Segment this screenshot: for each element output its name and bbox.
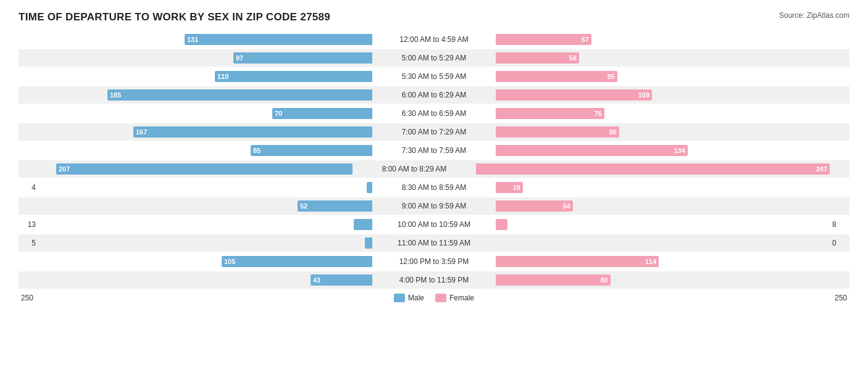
left-section: 185: [19, 88, 372, 102]
time-label: 6:30 AM to 6:59 AM: [372, 109, 496, 118]
female-bar: 54: [496, 200, 573, 212]
bar-row: 185 6:00 AM to 6:29 AM 109: [19, 86, 849, 104]
bar-row: 70 6:30 AM to 6:59 AM 76: [19, 105, 849, 122]
right-section: 247: [476, 162, 849, 176]
time-label: 12:00 AM to 4:59 AM: [372, 35, 496, 44]
female-bar: 247: [476, 163, 830, 175]
left-section: 13: [19, 218, 372, 231]
female-value-label: 8: [832, 220, 849, 229]
female-legend-label: Female: [449, 294, 474, 302]
left-section: 105: [19, 255, 372, 268]
time-label: 7:30 AM to 7:59 AM: [372, 146, 496, 155]
bar-row: 5 11:00 AM to 11:59 AM 0: [19, 234, 849, 252]
right-section: 67: [496, 33, 849, 46]
male-bar: 70: [272, 108, 372, 119]
left-section: 5: [19, 236, 372, 250]
footer-right-label: 250: [835, 294, 847, 302]
time-label: 10:00 AM to 10:59 AM: [372, 220, 496, 229]
left-section: 52: [19, 199, 372, 213]
chart-source: Source: ZipAtlas.com: [779, 11, 849, 20]
time-label: 8:30 AM to 8:59 AM: [372, 183, 496, 192]
female-bar: [496, 219, 507, 230]
female-bar: 67: [496, 34, 591, 45]
time-label: 6:00 AM to 6:29 AM: [372, 91, 496, 99]
left-section: 207: [19, 162, 353, 176]
male-bar: 131: [185, 34, 372, 45]
left-section: 70: [19, 107, 372, 120]
time-label: 11:00 AM to 11:59 AM: [372, 239, 496, 247]
female-bar: 85: [496, 71, 617, 82]
male-bar: 105: [222, 256, 372, 267]
right-section: 0: [496, 236, 849, 250]
male-bar: [367, 182, 372, 193]
bar-row: 105 12:00 PM to 3:59 PM 114: [19, 253, 849, 270]
male-legend-label: Male: [408, 294, 424, 302]
time-label: 7:00 AM to 7:29 AM: [372, 128, 496, 136]
left-section: 4: [19, 181, 372, 194]
time-label: 12:00 PM to 3:59 PM: [372, 257, 496, 266]
right-section: 86: [496, 125, 849, 139]
left-section: 131: [19, 33, 372, 46]
bar-row: 110 5:30 AM to 5:59 AM 85: [19, 68, 849, 85]
female-bar: 134: [496, 145, 688, 156]
right-section: 85: [496, 70, 849, 83]
right-section: 54: [496, 199, 849, 213]
female-bar: 58: [496, 52, 579, 64]
male-bar: 97: [233, 52, 372, 64]
male-bar: 85: [251, 145, 372, 156]
left-section: 167: [19, 125, 372, 139]
female-bar: 109: [496, 89, 652, 101]
right-section: 8: [496, 218, 849, 231]
male-bar: [365, 237, 372, 249]
female-bar: 86: [496, 126, 619, 138]
male-value-label: 13: [19, 220, 36, 229]
left-section: 97: [19, 51, 372, 65]
footer-left-label: 250: [21, 294, 33, 302]
male-swatch: [394, 294, 405, 302]
time-label: 8:00 AM to 8:29 AM: [353, 165, 476, 173]
chart-body: 131 12:00 AM to 4:59 AM 67: [19, 31, 849, 289]
female-bar: 76: [496, 108, 604, 119]
chart-legend: Male Female: [394, 294, 474, 302]
male-bar: 207: [56, 163, 353, 175]
right-section: 58: [496, 51, 849, 65]
legend-female: Female: [435, 294, 474, 302]
right-section: 80: [496, 273, 849, 287]
left-section: 110: [19, 70, 372, 83]
bar-row: 131 12:00 AM to 4:59 AM 67: [19, 31, 849, 48]
female-bar: 19: [496, 182, 523, 193]
female-value-label: 0: [832, 239, 849, 247]
time-label: 9:00 AM to 9:59 AM: [372, 202, 496, 210]
bar-row: 43 4:00 PM to 11:59 PM 80: [19, 271, 849, 289]
chart-header: TIME OF DEPARTURE TO WORK BY SEX IN ZIP …: [19, 11, 849, 23]
male-value-label: 4: [19, 183, 36, 192]
right-section: 134: [496, 144, 849, 157]
chart-container: TIME OF DEPARTURE TO WORK BY SEX IN ZIP …: [0, 0, 868, 321]
male-bar: 185: [107, 89, 372, 101]
female-bar: 80: [496, 274, 611, 286]
male-bar: 43: [311, 274, 372, 286]
male-bar: [354, 219, 372, 230]
time-label: 5:30 AM to 5:59 AM: [372, 72, 496, 81]
chart-title: TIME OF DEPARTURE TO WORK BY SEX IN ZIP …: [19, 11, 330, 23]
male-bar: 52: [298, 200, 372, 212]
bar-row: 4 8:30 AM to 8:59 AM 19: [19, 179, 849, 196]
bar-row: 52 9:00 AM to 9:59 AM 54: [19, 197, 849, 215]
male-bar: 167: [133, 126, 372, 138]
female-swatch: [435, 294, 446, 302]
right-section: 114: [496, 255, 849, 268]
right-section: 19: [496, 181, 849, 194]
bar-row: 13 10:00 AM to 10:59 AM 8: [19, 216, 849, 233]
time-label: 5:00 AM to 5:29 AM: [372, 54, 496, 62]
legend-male: Male: [394, 294, 424, 302]
bar-row: 85 7:30 AM to 7:59 AM 134: [19, 142, 849, 159]
bar-row: 167 7:00 AM to 7:29 AM 86: [19, 123, 849, 141]
bar-row: 207 8:00 AM to 8:29 AM 247: [19, 160, 849, 178]
time-label: 4:00 PM to 11:59 PM: [372, 276, 496, 284]
male-value-label: 5: [19, 239, 36, 247]
right-section: 109: [496, 88, 849, 102]
male-bar: 110: [215, 71, 372, 82]
bar-row: 97 5:00 AM to 5:29 AM 58: [19, 49, 849, 67]
left-section: 43: [19, 273, 372, 287]
female-bar: 114: [496, 256, 659, 267]
